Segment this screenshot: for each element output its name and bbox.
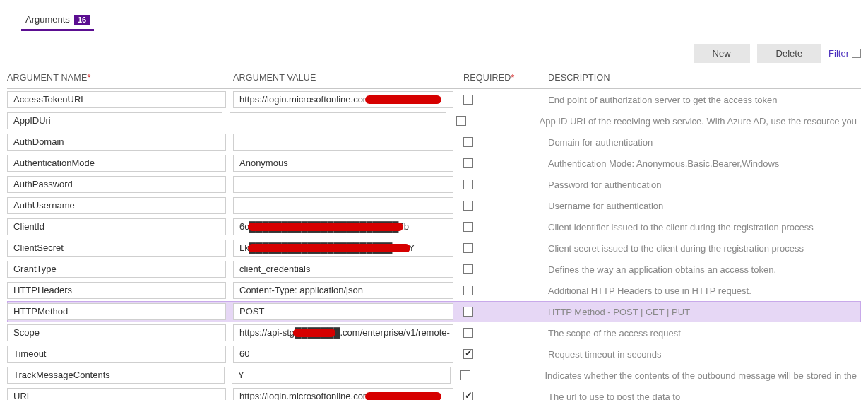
argument-value-cell[interactable]: https://login.microsoftonline.com/ — [233, 388, 453, 400]
tab-arguments[interactable]: Arguments 16 — [21, 11, 94, 31]
filter-toggle[interactable]: Filter — [828, 48, 861, 59]
description-text: App ID URI of the receiving web service.… — [540, 116, 857, 127]
tab-count-badge: 16 — [74, 15, 90, 25]
table-row[interactable]: TrackMessageContentsYIndicates whether t… — [7, 365, 861, 386]
argument-name-cell[interactable]: AuthPassword — [7, 176, 226, 193]
table-row[interactable]: URLhttps://login.microsoftonline.com/The… — [7, 386, 861, 400]
arguments-grid: ARGUMENT NAME* ARGUMENT VALUE REQUIRED* … — [7, 69, 861, 400]
description-text: Username for authentication — [548, 201, 857, 211]
description-text: Authentication Mode: Anonymous,Basic,Bea… — [548, 158, 857, 169]
argument-name-cell[interactable]: Scope — [7, 324, 226, 341]
argument-name-cell[interactable]: AppIDUri — [7, 112, 222, 129]
description-text: The scope of the access request — [548, 328, 857, 339]
argument-value-cell[interactable]: https://api-stg███████.com/enterprise/v1… — [233, 324, 453, 341]
argument-value-cell[interactable]: Content-Type: application/json — [233, 282, 453, 299]
argument-value-cell[interactable]: POST — [233, 303, 453, 320]
argument-value-cell[interactable]: https://login.microsoftonline.com/ — [233, 91, 453, 108]
argument-value-cell[interactable]: Y — [232, 367, 451, 384]
argument-value-cell[interactable]: 6c███████████████████████7b — [233, 218, 453, 235]
table-row[interactable]: GrantTypeclient_credentialsDefines the w… — [7, 259, 861, 280]
required-checkbox[interactable] — [463, 243, 473, 253]
redaction-mark — [248, 223, 403, 231]
required-checkbox[interactable] — [463, 201, 473, 211]
required-checkbox[interactable] — [463, 137, 473, 147]
argument-value-cell[interactable] — [233, 134, 453, 151]
argument-name-cell[interactable]: ClientId — [7, 218, 226, 235]
argument-name-cell[interactable]: AuthDomain — [7, 134, 226, 151]
argument-name-cell[interactable]: ClientSecret — [7, 240, 226, 257]
tab-strip: Arguments 16 — [21, 11, 861, 31]
table-row[interactable]: AppIDUriApp ID URI of the receiving web … — [7, 110, 861, 131]
argument-name-cell[interactable]: HTTPHeaders — [7, 282, 226, 299]
filter-checkbox[interactable] — [852, 49, 861, 58]
argument-name-cell[interactable]: URL — [7, 388, 226, 400]
argument-name-cell[interactable]: Timeout — [7, 346, 226, 363]
description-text: Password for authentication — [548, 180, 857, 190]
argument-name-cell[interactable]: AuthenticationMode — [7, 155, 226, 172]
table-row[interactable]: HTTPMethodPOSTHTTP Method - POST | GET |… — [7, 301, 861, 322]
table-row[interactable]: AuthUsernameUsername for authentication — [7, 195, 861, 216]
required-star: * — [88, 73, 91, 83]
redaction-mark — [293, 329, 335, 337]
table-row[interactable]: Scopehttps://api-stg███████.com/enterpri… — [7, 322, 861, 343]
required-checkbox[interactable] — [456, 116, 466, 126]
redaction-mark — [248, 244, 410, 252]
required-checkbox[interactable] — [463, 392, 473, 400]
filter-label: Filter — [828, 48, 849, 59]
redaction-mark — [365, 95, 441, 104]
tab-label: Arguments — [25, 14, 70, 25]
description-text: Additional HTTP Headers to use in HTTP r… — [548, 286, 857, 296]
description-text: Domain for authentication — [548, 137, 857, 148]
col-header-value[interactable]: ARGUMENT VALUE — [233, 73, 460, 83]
required-checkbox[interactable] — [463, 180, 473, 189]
col-header-name[interactable]: ARGUMENT NAME* — [7, 73, 233, 83]
table-row[interactable]: HTTPHeadersContent-Type: application/jso… — [7, 280, 861, 301]
toolbar: New Delete Filter — [7, 44, 861, 63]
table-row[interactable]: AuthenticationModeAnonymousAuthenticatio… — [7, 153, 861, 174]
argument-value-cell[interactable]: client_credentials — [233, 261, 453, 278]
argument-name-cell[interactable]: GrantType — [7, 261, 226, 278]
required-checkbox[interactable] — [463, 264, 473, 274]
table-row[interactable]: AccessTokenURLhttps://login.microsoftonl… — [7, 89, 861, 110]
argument-value-cell[interactable]: Anonymous — [233, 155, 453, 172]
argument-value-cell[interactable] — [233, 176, 453, 193]
argument-name-cell[interactable]: HTTPMethod — [7, 303, 226, 320]
argument-value-cell[interactable] — [233, 197, 453, 214]
description-text: Client identifier issued to the client d… — [548, 222, 857, 233]
required-checkbox[interactable] — [460, 370, 470, 380]
description-text: Defines the way an application obtains a… — [548, 264, 857, 275]
delete-button[interactable]: Delete — [757, 44, 822, 63]
table-row[interactable]: ClientId6c███████████████████████7bClien… — [7, 216, 861, 237]
table-row[interactable]: AuthDomainDomain for authentication — [7, 131, 861, 153]
required-checkbox[interactable] — [463, 307, 473, 317]
col-header-description[interactable]: DESCRIPTION — [548, 73, 861, 83]
description-text: Indicates whether the contents of the ou… — [545, 370, 857, 381]
table-row[interactable]: ClientSecretLk██████████████████████6dEY… — [7, 237, 861, 259]
required-checkbox[interactable] — [463, 222, 473, 232]
required-checkbox[interactable] — [463, 95, 473, 105]
description-text: End point of authorization server to get… — [548, 95, 857, 105]
required-star: * — [511, 73, 515, 83]
argument-name-cell[interactable]: AuthUsername — [7, 197, 226, 214]
table-row[interactable]: Timeout60Request timeout in seconds — [7, 343, 861, 365]
description-text: HTTP Method - POST | GET | PUT — [548, 307, 857, 317]
required-checkbox[interactable] — [463, 158, 473, 168]
redaction-mark — [365, 392, 441, 400]
grid-header: ARGUMENT NAME* ARGUMENT VALUE REQUIRED* … — [7, 69, 861, 89]
table-row[interactable]: AuthPasswordPassword for authentication — [7, 174, 861, 195]
argument-name-cell[interactable]: AccessTokenURL — [7, 91, 226, 108]
argument-value-cell[interactable]: Lk██████████████████████6dEY — [233, 240, 453, 257]
required-checkbox[interactable] — [463, 328, 473, 338]
required-checkbox[interactable] — [463, 349, 473, 359]
col-header-required[interactable]: REQUIRED* — [460, 73, 548, 83]
description-text: Client secret issued to the client durin… — [548, 243, 857, 254]
description-text: The url to use to post the data to — [548, 392, 857, 401]
new-button[interactable]: New — [694, 44, 750, 63]
argument-name-cell[interactable]: TrackMessageContents — [7, 367, 225, 384]
required-checkbox[interactable] — [463, 286, 473, 295]
description-text: Request timeout in seconds — [548, 349, 857, 360]
argument-value-cell[interactable] — [230, 112, 446, 129]
argument-value-cell[interactable]: 60 — [233, 346, 453, 363]
